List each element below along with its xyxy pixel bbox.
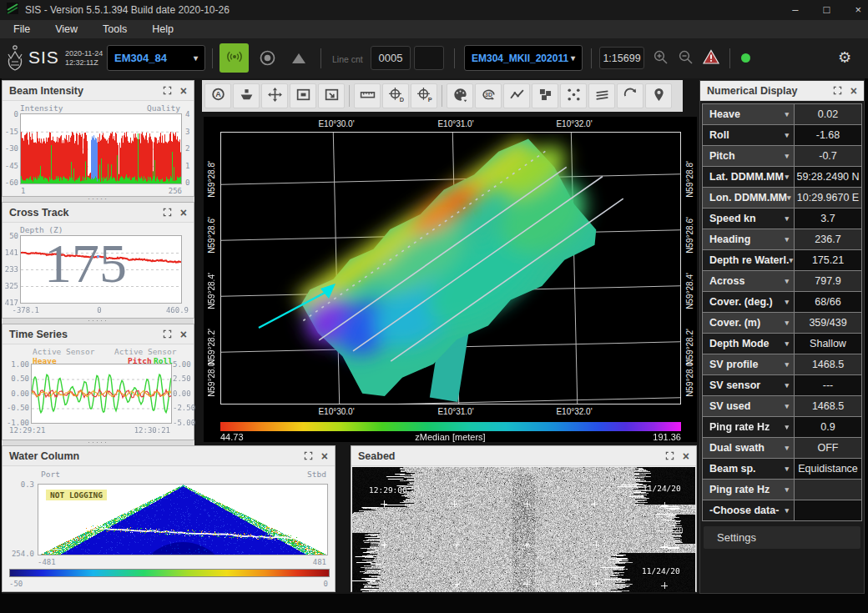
close-icon[interactable]: ×: [180, 329, 187, 339]
lon-label: E10°30.0': [311, 119, 361, 128]
numerical-row-label[interactable]: Across▾: [702, 270, 795, 292]
expand-icon[interactable]: [163, 329, 172, 339]
y-tick: 1: [185, 162, 189, 170]
window-titlebar[interactable]: SIS - Version 5.5.1.394 Build date 2020-…: [0, 0, 868, 20]
numerical-row-label[interactable]: Depth Mode▾: [702, 333, 795, 354]
center-on-position-button[interactable]: P: [411, 83, 437, 108]
numerical-row-label[interactable]: Depth re Waterl.▾: [702, 249, 795, 271]
y-tick: 5.00: [173, 360, 191, 369]
line-cnt-extra[interactable]: [414, 46, 444, 70]
panel-header[interactable]: Beam Intensity ×: [3, 81, 194, 101]
menu-help[interactable]: Help: [152, 23, 174, 35]
panel-header[interactable]: Cross Track ×: [3, 203, 194, 223]
menu-tools[interactable]: Tools: [103, 23, 127, 35]
view-3d-button[interactable]: 3D: [475, 83, 502, 108]
close-icon[interactable]: ×: [321, 451, 328, 461]
numerical-row-label[interactable]: Beam sp.▾: [702, 458, 795, 480]
map-view[interactable]: E10°30.0' E10°31.0' E10°32.0' E10°30.0' …: [204, 117, 697, 442]
zoom-window-icon: [295, 87, 311, 106]
pan-button[interactable]: [261, 83, 288, 108]
panel-header[interactable]: Numerical Display ×: [700, 81, 864, 101]
record-logging-button[interactable]: [259, 49, 276, 70]
y-tick: 4: [185, 110, 189, 118]
toolbar-separator: [349, 85, 350, 107]
numerical-row-value: 3.7: [794, 208, 862, 229]
close-icon[interactable]: ×: [180, 86, 187, 96]
numerical-row-label[interactable]: SV sensor▾: [702, 374, 795, 396]
zoom-in-icon[interactable]: [653, 49, 669, 68]
raise-triangle-button[interactable]: [290, 52, 307, 68]
numerical-row-label[interactable]: Heading▾: [702, 229, 795, 250]
numerical-row-label[interactable]: Dual swath▾: [702, 437, 795, 459]
numerical-row-value: 0.9: [794, 416, 862, 438]
vessel-button[interactable]: [233, 83, 260, 108]
x-tick: 256: [169, 187, 182, 195]
pinging-toggle-button[interactable]: [220, 43, 249, 73]
fit-view-button[interactable]: [318, 83, 345, 108]
panel-header[interactable]: Time Series ×: [3, 324, 194, 344]
sensor-label: Active Sensor: [114, 347, 176, 356]
settings-button[interactable]: Settings: [704, 526, 860, 549]
numerical-row-label[interactable]: -Choose data-▾: [702, 500, 795, 521]
center-on-depth-icon: D: [388, 87, 404, 106]
refresh-button[interactable]: [617, 83, 643, 108]
numerical-row-label[interactable]: Cover. (m)▾: [702, 312, 795, 334]
color-palette-button[interactable]: [447, 83, 473, 108]
expand-icon[interactable]: [833, 86, 842, 95]
toolbar-separator: [729, 48, 730, 68]
scatter-points-button[interactable]: [560, 83, 587, 108]
expand-icon[interactable]: [665, 451, 674, 460]
menu-file[interactable]: File: [13, 23, 30, 35]
numerical-row-label[interactable]: Heave▾: [702, 103, 795, 125]
seabed-date-label: 11/24/20: [643, 484, 681, 493]
menu-view[interactable]: View: [55, 23, 78, 35]
expand-icon[interactable]: [163, 208, 172, 217]
center-on-depth-button[interactable]: D: [382, 83, 409, 108]
table-row: Lat. DDMM.MM▾59:28.2490 N: [702, 166, 862, 188]
minimize-button[interactable]: –: [792, 0, 798, 20]
numerical-row-label[interactable]: Pitch▾: [702, 145, 795, 167]
measure-button[interactable]: [354, 83, 381, 108]
numerical-row-label[interactable]: Ping rate Hz▾: [702, 416, 795, 438]
layers-icon: [537, 87, 553, 106]
close-icon[interactable]: ×: [683, 451, 689, 461]
auto-center-button[interactable]: A: [204, 83, 231, 108]
numerical-row-label[interactable]: Ping rate Hz▾: [702, 479, 795, 500]
close-icon[interactable]: ×: [180, 208, 187, 218]
contour-lines-button[interactable]: [588, 83, 615, 108]
zoom-out-icon[interactable]: [678, 49, 694, 68]
zoom-window-button[interactable]: [290, 83, 316, 108]
beam-intensity-canvas: [21, 114, 181, 183]
survey-dropdown[interactable]: EM304_MKII_202011 ▾: [464, 45, 583, 71]
sounder-dropdown[interactable]: EM304_84 ▾: [107, 45, 205, 71]
expand-icon[interactable]: [304, 451, 313, 460]
panel-header[interactable]: Seabed ×: [351, 446, 696, 466]
lat-label: N59°28.0': [685, 360, 694, 397]
refresh-icon: [623, 87, 638, 106]
close-icon[interactable]: ×: [850, 86, 857, 96]
window-title: SIS - Version 5.5.1.394 Build date 2020-…: [25, 4, 230, 16]
chevron-down-icon: ▾: [785, 506, 789, 515]
numerical-row-label[interactable]: SV profile▾: [702, 354, 795, 375]
panel-header[interactable]: Water Column ×: [3, 446, 335, 466]
numerical-row-value: 236.7: [794, 229, 862, 250]
numerical-row-label[interactable]: Lon. DDMM.MM▾: [702, 187, 795, 209]
gear-icon[interactable]: ⚙: [838, 48, 851, 66]
layers-button[interactable]: [532, 83, 558, 108]
numerical-row-label[interactable]: SV used▾: [702, 395, 795, 417]
numerical-row-label[interactable]: Cover. (deg.)▾: [702, 291, 795, 313]
line-cnt-value[interactable]: 0005: [371, 46, 411, 70]
table-row: Dual swath▾OFF: [702, 437, 862, 459]
maximize-button[interactable]: □: [824, 0, 830, 20]
numerical-row-label[interactable]: Speed kn▾: [702, 208, 795, 229]
depth-readout: 175: [44, 233, 127, 294]
expand-icon[interactable]: [163, 86, 172, 95]
close-button[interactable]: ×: [855, 0, 861, 20]
polyline-button[interactable]: [503, 83, 530, 108]
chevron-down-icon: ▾: [785, 360, 789, 369]
warning-icon[interactable]: [703, 49, 719, 68]
numerical-row-label[interactable]: Roll▾: [702, 124, 795, 146]
map-scale-value[interactable]: 1:15699: [599, 47, 644, 69]
numerical-row-label[interactable]: Lat. DDMM.MM▾: [702, 166, 795, 188]
drop-marker-button[interactable]: [645, 83, 672, 108]
